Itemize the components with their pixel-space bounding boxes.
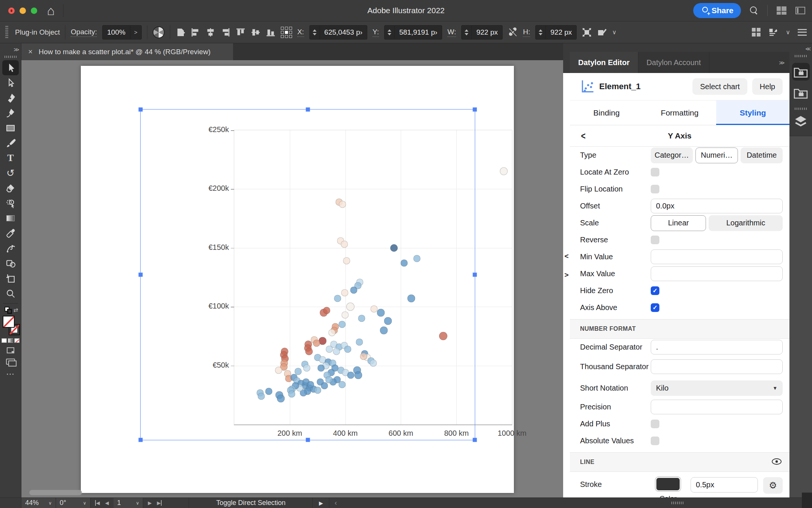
- scatter-point[interactable]: [350, 287, 357, 294]
- shape-builder-tool[interactable]: [2, 256, 19, 271]
- scatter-point[interactable]: [341, 289, 348, 296]
- screen-mode-icon[interactable]: [6, 359, 15, 365]
- paintbrush-tool[interactable]: [2, 135, 19, 151]
- share-button[interactable]: Share: [693, 3, 741, 18]
- stepper-icon[interactable]: [536, 26, 546, 39]
- gradient-tool[interactable]: [2, 211, 19, 226]
- scatter-point[interactable]: [356, 339, 363, 346]
- scatter-point[interactable]: [338, 381, 345, 388]
- datylon-editor-panel-icon[interactable]: [792, 63, 810, 81]
- scale-logarithmic-button[interactable]: Logarithmic: [709, 215, 783, 231]
- fill-stroke-indicator[interactable]: [1, 316, 20, 335]
- canvas[interactable]: €50k€100k€150k€200k€250k200 km400 km600 …: [21, 60, 563, 497]
- opacity-value[interactable]: 100%: [103, 28, 130, 37]
- scatter-point[interactable]: [333, 348, 340, 355]
- scatter-point[interactable]: [313, 340, 320, 347]
- align-right-icon[interactable]: [221, 27, 230, 37]
- decimal-separator-input[interactable]: [651, 340, 783, 354]
- scatter-point[interactable]: [321, 382, 328, 389]
- scatter-point[interactable]: [360, 353, 367, 360]
- draw-mode-icon[interactable]: [7, 347, 14, 353]
- scatter-point[interactable]: [380, 326, 388, 334]
- horizontal-scrollbar[interactable]: [29, 490, 82, 495]
- scatter-point[interactable]: [325, 376, 332, 383]
- layers-panel-icon[interactable]: [792, 112, 810, 130]
- scatter-point[interactable]: [358, 315, 365, 322]
- zoom-tool[interactable]: [2, 286, 19, 301]
- document-setup-icon[interactable]: [176, 27, 185, 37]
- panel-drag-handle[interactable]: [671, 502, 684, 504]
- artboard-navigation-dropdown[interactable]: 1 ∨: [114, 498, 144, 508]
- type-numerical-button[interactable]: Numeri…: [695, 148, 738, 163]
- collapse-panel-icon[interactable]: <: [564, 252, 568, 260]
- selection-tool[interactable]: [2, 60, 19, 75]
- shear-icon[interactable]: [597, 27, 607, 37]
- eraser-tool[interactable]: [2, 181, 19, 196]
- opacity-field[interactable]: 100% >: [102, 25, 142, 40]
- scatter-point[interactable]: [317, 364, 324, 371]
- chevron-right-icon[interactable]: >: [130, 26, 141, 39]
- drag-handle[interactable]: [5, 26, 8, 39]
- color-mode-buttons[interactable]: [2, 338, 20, 343]
- hide-zero-checkbox[interactable]: ✓: [651, 286, 659, 295]
- scatter-point[interactable]: [370, 360, 377, 367]
- panel-collapse-icon[interactable]: >>: [779, 52, 789, 73]
- snap-options-icon[interactable]: [752, 28, 761, 37]
- offset-input[interactable]: [651, 199, 783, 213]
- scatter-point[interactable]: [401, 260, 408, 267]
- precision-input[interactable]: [651, 400, 783, 414]
- y-position-field[interactable]: 581,9191 p›: [384, 25, 442, 40]
- swap-fill-stroke-icon[interactable]: ⇄: [2, 306, 19, 315]
- short-notation-dropdown[interactable]: Kilo ▼: [651, 380, 783, 396]
- scatter-point[interactable]: [346, 303, 354, 311]
- rectangle-tool[interactable]: [2, 120, 19, 135]
- x-position-value[interactable]: 625,0453 p›: [320, 28, 367, 37]
- axis-above-checkbox[interactable]: ✓: [651, 303, 659, 312]
- scatter-point[interactable]: [347, 371, 354, 379]
- max-value-input[interactable]: [651, 266, 783, 281]
- scatter-point[interactable]: [339, 321, 346, 328]
- scatter-point[interactable]: [343, 257, 350, 265]
- lasso-tool[interactable]: [2, 196, 19, 211]
- stepper-icon[interactable]: [310, 26, 320, 39]
- scatter-point[interactable]: [329, 329, 336, 336]
- chevron-down-icon[interactable]: ∨: [612, 29, 617, 36]
- puppet-warp-tool[interactable]: [2, 241, 19, 256]
- transform-icon[interactable]: [582, 27, 592, 37]
- drag-handle[interactable]: [5, 56, 17, 58]
- tab-binding[interactable]: Binding: [570, 100, 643, 125]
- close-tab-icon[interactable]: ×: [28, 47, 33, 56]
- stroke-settings-button[interactable]: ⚙: [763, 477, 783, 494]
- fill-none-swatch[interactable]: [3, 316, 15, 328]
- absolute-values-toggle[interactable]: [651, 437, 659, 445]
- next-artboard-icon[interactable]: ▶: [148, 500, 151, 506]
- width-value[interactable]: 922 px: [472, 28, 502, 37]
- status-play-icon[interactable]: ▶: [313, 498, 329, 508]
- scatter-point[interactable]: [258, 392, 265, 400]
- workspace-switcher-icon[interactable]: [795, 7, 805, 14]
- scatter-point[interactable]: [265, 388, 272, 395]
- help-button[interactable]: Help: [752, 78, 783, 95]
- scatter-point[interactable]: [275, 367, 282, 374]
- previous-artboard-icon[interactable]: ◀: [105, 500, 109, 506]
- stroke-weight-input[interactable]: [691, 477, 758, 493]
- scatter-point[interactable]: [439, 332, 447, 340]
- datylon-account-panel-icon[interactable]: [792, 84, 810, 102]
- tab-styling[interactable]: Styling: [716, 100, 789, 125]
- zoom-level-dropdown[interactable]: 44% ∨: [21, 498, 56, 508]
- tab-datylon-account[interactable]: Datylon Account: [638, 52, 710, 73]
- height-field[interactable]: 922 px: [535, 25, 577, 40]
- scatter-point[interactable]: [390, 244, 398, 252]
- scatter-point[interactable]: [305, 348, 313, 355]
- scatter-point[interactable]: [500, 167, 508, 175]
- visibility-eye-icon[interactable]: [771, 458, 782, 467]
- scale-linear-button[interactable]: Linear: [651, 215, 706, 231]
- scatter-point[interactable]: [344, 345, 351, 353]
- align-left-icon[interactable]: [191, 27, 200, 37]
- chevron-down-icon[interactable]: ∨: [786, 29, 790, 36]
- last-artboard-icon[interactable]: ▶: [157, 500, 162, 506]
- stepper-icon[interactable]: [462, 26, 472, 39]
- direct-selection-tool[interactable]: [2, 75, 19, 90]
- scatter-point[interactable]: [341, 312, 348, 319]
- align-vertical-center-icon[interactable]: [251, 27, 261, 37]
